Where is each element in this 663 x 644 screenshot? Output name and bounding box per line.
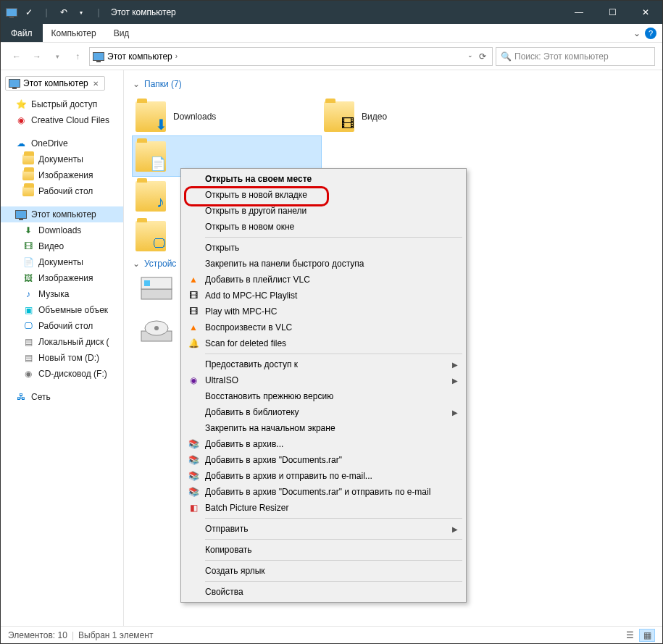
address-dropdown-icon[interactable]: ⌄ bbox=[467, 51, 473, 62]
cm-scan-deleted[interactable]: 🔔Scan for deleted files bbox=[183, 335, 464, 351]
this-pc-icon bbox=[15, 209, 27, 220]
folder-video[interactable]: 🎞 Видео bbox=[321, 96, 509, 136]
tree-network[interactable]: 🖧Сеть bbox=[1, 389, 123, 405]
help-icon[interactable]: ? bbox=[645, 28, 656, 39]
view-large-icons-button[interactable]: ▦ bbox=[639, 629, 655, 642]
cm-properties[interactable]: Свойства bbox=[183, 584, 464, 600]
cm-open[interactable]: Открыть bbox=[183, 240, 464, 256]
qat-dropdown-icon[interactable]: ▾ bbox=[75, 6, 88, 19]
tree-onedrive-images[interactable]: Изображения bbox=[1, 167, 123, 183]
tree-desktop[interactable]: 🖵Рабочий стол bbox=[1, 318, 123, 334]
cm-pin-quick-access[interactable]: Закрепить на панели быстрого доступа bbox=[183, 256, 464, 272]
winrar-icon: 📚 bbox=[188, 454, 199, 466]
images-icon: 🖼 bbox=[22, 272, 34, 284]
submenu-arrow-icon: ▶ bbox=[452, 361, 458, 369]
this-pc-icon bbox=[5, 6, 18, 19]
minimize-button[interactable]: — bbox=[562, 1, 596, 24]
cm-open-in-place[interactable]: Открыть на своем месте bbox=[183, 171, 464, 187]
breadcrumb-arrow-icon[interactable]: › bbox=[175, 52, 178, 60]
cm-open-new-window[interactable]: Открыть в новом окне bbox=[183, 219, 464, 235]
folder-icon: 🎞 bbox=[324, 101, 354, 132]
back-button[interactable]: ← bbox=[8, 48, 25, 65]
tree-downloads[interactable]: ⬇Downloads bbox=[1, 222, 123, 238]
cm-ultraiso[interactable]: ◉UltraISO▶ bbox=[183, 372, 464, 388]
cm-play-mpc[interactable]: 🎞Play with MPC-HC bbox=[183, 304, 464, 319]
cm-open-new-tab[interactable]: Открыть в новой вкладке bbox=[183, 187, 464, 203]
cm-create-shortcut[interactable]: Создать ярлык bbox=[183, 563, 464, 579]
menu-computer[interactable]: Компьютер bbox=[43, 24, 105, 42]
tree-video[interactable]: 🎞Видео bbox=[1, 238, 123, 254]
tree-documents[interactable]: 📄Документы bbox=[1, 254, 123, 270]
tree-creative-cloud[interactable]: ◉Creative Cloud Files bbox=[1, 112, 123, 128]
tree-this-pc[interactable]: Этот компьютер bbox=[1, 206, 123, 222]
cm-add-archive-email[interactable]: 📚Добавить в архив и отправить по e-mail.… bbox=[183, 468, 464, 484]
this-pc-icon bbox=[9, 79, 20, 88]
submenu-arrow-icon: ▶ bbox=[452, 525, 458, 533]
group-folders[interactable]: ⌄ Папки (7) bbox=[133, 79, 654, 89]
window-title: Этот компьютер bbox=[111, 7, 176, 17]
close-button[interactable]: ✕ bbox=[629, 1, 662, 24]
address-bar[interactable]: Этот компьютер › ⌄ ⟳ bbox=[89, 47, 493, 66]
search-box[interactable]: 🔍 Поиск: Этот компьютер bbox=[496, 47, 655, 66]
search-placeholder: Поиск: Этот компьютер bbox=[514, 51, 609, 62]
svg-rect-2 bbox=[144, 280, 150, 286]
view-details-button[interactable]: ☰ bbox=[622, 629, 638, 642]
cm-separator bbox=[205, 518, 462, 519]
up-button[interactable]: ↑ bbox=[69, 48, 86, 65]
menu-file[interactable]: Файл bbox=[1, 24, 43, 42]
recent-dropdown[interactable]: ▾ bbox=[49, 48, 66, 65]
tree-images[interactable]: 🖼Изображения bbox=[1, 270, 123, 286]
cd-drive-icon: ◉ bbox=[22, 368, 34, 380]
tab-this-pc[interactable]: Этот компьютер ✕ bbox=[5, 76, 105, 91]
cm-add-archive-docs-email[interactable]: 📚Добавить в архив "Documents.rar" и отпр… bbox=[183, 484, 464, 500]
tree-music[interactable]: ♪Музыка bbox=[1, 286, 123, 302]
tree-cd-drive[interactable]: ◉CD-дисковод (F:) bbox=[1, 366, 123, 382]
tab-label: Этот компьютер bbox=[23, 78, 88, 88]
menu-view[interactable]: Вид bbox=[105, 24, 138, 42]
qat-check-icon[interactable]: ✓ bbox=[22, 6, 36, 19]
maximize-button[interactable]: ☐ bbox=[596, 1, 629, 24]
tree-onedrive-desktop[interactable]: Рабочий стол bbox=[1, 183, 123, 199]
cm-grant-access[interactable]: Предоставить доступ к▶ bbox=[183, 356, 464, 372]
tree-new-volume[interactable]: ▤Новый том (D:) bbox=[1, 350, 123, 366]
downloads-icon: ⬇ bbox=[22, 225, 34, 236]
cm-add-vlc-playlist[interactable]: ▲Добавить в плейлист VLC bbox=[183, 272, 464, 288]
tree-onedrive-documents[interactable]: Документы bbox=[1, 151, 123, 167]
cm-open-other-panel[interactable]: Открыть в другой панели bbox=[183, 203, 464, 219]
cm-pin-start[interactable]: Закрепить на начальном экране bbox=[183, 420, 464, 436]
cm-add-library[interactable]: Добавить в библиотеку▶ bbox=[183, 404, 464, 420]
tree-onedrive[interactable]: ☁OneDrive bbox=[1, 135, 123, 151]
folder-downloads[interactable]: ⬇ Downloads bbox=[133, 96, 321, 136]
qat-undo-icon[interactable]: ↶ bbox=[57, 6, 70, 19]
ribbon-expand-icon[interactable]: ⌄ bbox=[633, 28, 641, 38]
status-selected: Выбран 1 элемент bbox=[78, 630, 153, 640]
tree-3d-objects[interactable]: ▣Объемные объек bbox=[1, 302, 123, 318]
cm-add-mpc-playlist[interactable]: 🎞Add to MPC-HC Playlist bbox=[183, 288, 464, 304]
qat-separator: | bbox=[40, 6, 53, 19]
cm-restore-previous[interactable]: Восстановить прежнюю версию bbox=[183, 388, 464, 404]
context-menu: Открыть на своем месте Открыть в новой в… bbox=[180, 168, 467, 603]
cm-add-archive-docs[interactable]: 📚Добавить в архив "Documents.rar" bbox=[183, 452, 464, 468]
submenu-arrow-icon: ▶ bbox=[452, 409, 458, 417]
cm-copy[interactable]: Копировать bbox=[183, 542, 464, 558]
search-icon: 🔍 bbox=[501, 51, 512, 62]
svg-point-5 bbox=[154, 326, 159, 330]
tab-close-icon[interactable]: ✕ bbox=[91, 80, 100, 88]
cm-send-to[interactable]: Отправить▶ bbox=[183, 521, 464, 537]
documents-icon: 📄 bbox=[22, 256, 34, 268]
star-icon: ⭐ bbox=[15, 99, 27, 110]
breadcrumb[interactable]: Этот компьютер bbox=[107, 51, 172, 62]
cm-batch-resizer[interactable]: ◧Batch Picture Resizer bbox=[183, 500, 464, 516]
device-local-disk[interactable] bbox=[140, 276, 178, 308]
refresh-icon[interactable]: ⟳ bbox=[479, 51, 486, 62]
tree-local-disk[interactable]: ▤Локальный диск ( bbox=[1, 334, 123, 350]
cm-play-vlc[interactable]: ▲Воспроизвести в VLC bbox=[183, 319, 464, 335]
cm-separator bbox=[205, 237, 462, 238]
chevron-down-icon: ⌄ bbox=[133, 259, 140, 269]
tree-quick-access[interactable]: ⭐Быстрый доступ bbox=[1, 96, 123, 112]
cm-add-archive[interactable]: 📚Добавить в архив... bbox=[183, 436, 464, 452]
forward-button[interactable]: → bbox=[28, 48, 46, 65]
device-cd-drive[interactable] bbox=[140, 318, 178, 350]
status-elements: Элементов: 10 bbox=[8, 630, 67, 640]
title-bar: ✓ | ↶ ▾ | Этот компьютер — ☐ ✕ bbox=[1, 1, 662, 24]
